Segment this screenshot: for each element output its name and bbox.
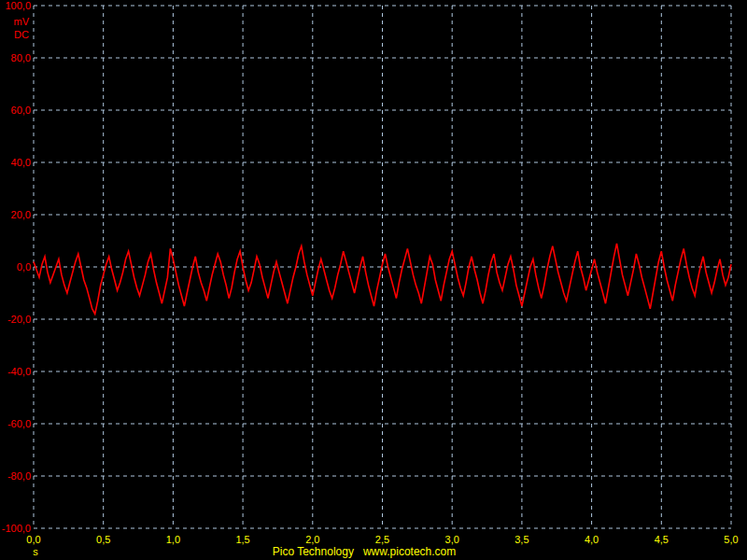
x-axis-tick-label: 3,0: [433, 534, 471, 546]
x-axis-tick-label: 3,5: [503, 534, 541, 546]
y-axis-tick-label: -80,0: [0, 470, 31, 483]
x-axis-tick-label: 2,5: [364, 534, 402, 546]
x-axis-tick-label: 2,0: [294, 534, 331, 546]
x-axis-tick-label: 1,0: [154, 534, 191, 546]
x-axis-tick-label: 0,0: [15, 534, 52, 546]
plot-area: [0, 0, 747, 560]
y-axis-unit-mv: mV: [0, 16, 29, 28]
y-axis-tick-label: -40,0: [0, 366, 31, 378]
footer: Pico Technology www.picotech.com: [273, 545, 457, 558]
y-axis-tick-label: 20,0: [0, 209, 31, 221]
footer-spacer: [354, 545, 363, 558]
y-axis-tick-label: -60,0: [0, 418, 31, 430]
x-axis-unit: s: [19, 546, 52, 557]
y-axis-unit-dc: DC: [0, 29, 29, 41]
oscilloscope-screen: mV DC s Pico Technology www.picotech.com…: [0, 0, 747, 560]
x-axis-tick-label: 4,0: [573, 534, 611, 546]
footer-url: www.picotech.com: [363, 545, 456, 558]
y-axis-tick-label: -20,0: [0, 314, 31, 326]
x-axis-tick-label: 0,5: [85, 534, 122, 546]
x-axis-tick-label: 4,5: [642, 534, 680, 546]
x-axis-tick-label: 1,5: [224, 534, 261, 546]
y-axis-tick-label: 0,0: [0, 261, 31, 273]
y-axis-tick-label: 60,0: [0, 105, 31, 117]
y-axis-tick-label: 100,0: [0, 0, 31, 12]
y-axis-tick-label: 80,0: [0, 52, 31, 64]
x-axis-tick-label: 5,0: [712, 534, 747, 546]
y-axis-tick-label: 40,0: [0, 157, 31, 169]
footer-brand: Pico Technology: [273, 545, 354, 558]
